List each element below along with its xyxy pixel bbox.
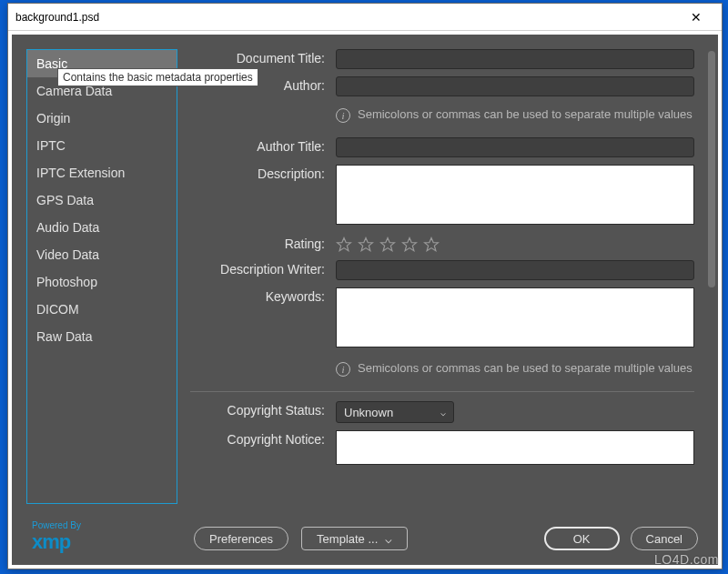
copyright-status-select[interactable]: Unknown ⌵ <box>336 401 454 423</box>
category-sidebar: Basic Camera Data Origin IPTC IPTC Exten… <box>26 49 177 504</box>
sidebar-tooltip: Contains the basic metadata properties <box>57 68 258 86</box>
svg-marker-2 <box>381 238 395 251</box>
copyright-status-label: Copyright Status: <box>190 401 336 418</box>
watermark: LO4D.com <box>654 552 719 567</box>
author-hint: i Semicolons or commas can be used to se… <box>336 104 694 130</box>
dialog-footer: Powered By xmp Preferences Template ... … <box>12 510 718 565</box>
window-title: background1.psd <box>15 11 678 24</box>
svg-marker-3 <box>403 238 417 251</box>
sidebar-item-gps-data[interactable]: GPS Data <box>27 186 177 214</box>
description-textarea[interactable] <box>336 165 694 225</box>
keywords-hint: i Semicolons or commas can be used to se… <box>336 357 694 384</box>
sidebar-item-iptc-extension[interactable]: IPTC Extension <box>27 159 177 186</box>
rating-label: Rating: <box>190 235 336 251</box>
description-writer-input[interactable] <box>336 260 694 280</box>
metadata-form: Document Title: Author: i Semicolons or … <box>190 49 694 504</box>
author-title-label: Author Title: <box>190 137 336 154</box>
author-hint-text: Semicolons or commas can be used to sepa… <box>358 107 693 121</box>
scrollbar-thumb[interactable] <box>708 51 715 287</box>
preferences-button[interactable]: Preferences <box>194 527 288 550</box>
copyright-status-value: Unknown <box>344 406 393 419</box>
template-label: Template ... <box>317 532 378 546</box>
dialog-window: background1.psd ✕ Basic Camera Data Orig… <box>7 3 723 569</box>
sidebar-item-raw-data[interactable]: Raw Data <box>27 323 177 350</box>
xmp-text: xmp <box>32 530 81 554</box>
sidebar-item-video-data[interactable]: Video Data <box>27 241 177 268</box>
powered-by-label: Powered By <box>32 520 81 530</box>
svg-marker-0 <box>338 238 351 251</box>
cancel-button[interactable]: Cancel <box>631 527 698 550</box>
info-icon: i <box>336 108 350 123</box>
chevron-down-icon: ⌵ <box>385 532 392 546</box>
ok-button[interactable]: OK <box>544 527 620 550</box>
description-label: Description: <box>190 165 336 181</box>
document-title-input[interactable] <box>336 49 694 69</box>
rating-stars[interactable] <box>336 235 694 253</box>
document-title-label: Document Title: <box>190 49 336 65</box>
star-icon[interactable] <box>358 237 374 253</box>
metadata-panel: Basic Camera Data Origin IPTC IPTC Exten… <box>12 35 718 565</box>
star-icon[interactable] <box>401 237 418 253</box>
sidebar-item-photoshop[interactable]: Photoshop <box>27 268 177 296</box>
svg-marker-1 <box>359 238 373 251</box>
keywords-textarea[interactable] <box>336 287 694 347</box>
info-icon: i <box>336 362 350 377</box>
author-input[interactable] <box>336 76 694 96</box>
star-icon[interactable] <box>379 237 396 253</box>
sidebar-item-dicom[interactable]: DICOM <box>27 296 177 323</box>
panel-wrap: Basic Camera Data Origin IPTC IPTC Exten… <box>8 31 722 569</box>
scrollbar[interactable] <box>707 51 716 506</box>
star-icon[interactable] <box>423 237 440 253</box>
description-writer-label: Description Writer: <box>190 260 336 277</box>
author-title-input[interactable] <box>336 137 694 157</box>
sidebar-item-origin[interactable]: Origin <box>27 105 177 132</box>
keywords-hint-text: Semicolons or commas can be used to sepa… <box>358 361 693 375</box>
copyright-notice-textarea[interactable] <box>336 430 694 465</box>
keywords-label: Keywords: <box>190 287 336 304</box>
star-icon[interactable] <box>336 237 352 253</box>
sidebar-item-iptc[interactable]: IPTC <box>27 132 177 159</box>
svg-marker-4 <box>425 238 439 251</box>
chevron-down-icon: ⌵ <box>440 408 446 418</box>
template-dropdown[interactable]: Template ... ⌵ <box>301 527 408 550</box>
copyright-notice-label: Copyright Notice: <box>190 430 336 447</box>
titlebar: background1.psd ✕ <box>8 4 722 31</box>
section-divider <box>190 391 694 392</box>
sidebar-item-audio-data[interactable]: Audio Data <box>27 214 177 241</box>
xmp-logo: Powered By xmp <box>32 520 81 554</box>
close-button[interactable]: ✕ <box>678 10 714 25</box>
